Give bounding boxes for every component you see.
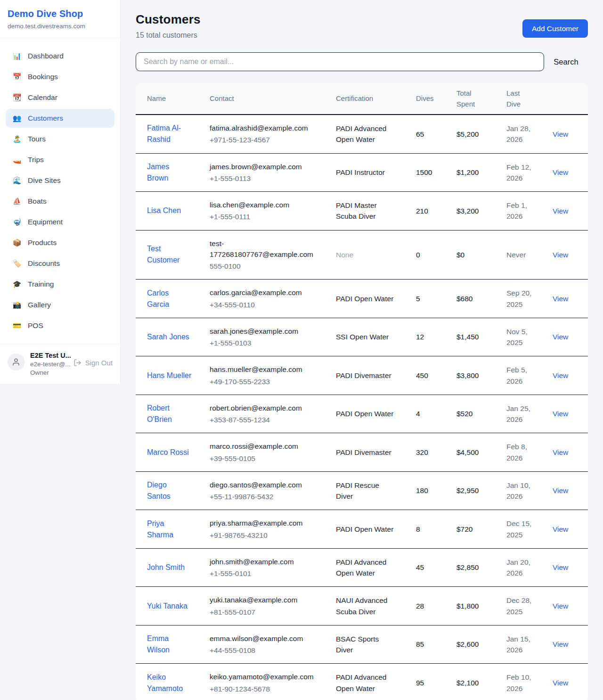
sidebar-item-label: Dive Sites — [28, 176, 61, 185]
customer-certification: PADI Advanced Open Water — [336, 123, 394, 145]
table-row: Test Customer test-1772681807767@example… — [136, 230, 588, 280]
customer-name-link[interactable]: Carlos Garcia — [147, 288, 192, 310]
customer-name-link[interactable]: Fatima Al-Rashid — [147, 123, 192, 145]
view-customer-link[interactable]: View — [553, 602, 568, 610]
customer-total-spent: $5,200 — [456, 130, 479, 138]
view-customer-link[interactable]: View — [553, 410, 568, 418]
view-customer-link[interactable]: View — [553, 168, 568, 176]
customer-email: robert.obrien@example.com — [210, 403, 319, 413]
view-customer-link[interactable]: View — [553, 207, 568, 215]
customer-last-dive: Feb 8, 2026 — [506, 441, 537, 463]
customer-phone: +971-55-123-4567 — [210, 134, 319, 145]
customer-email: yuki.tanaka@example.com — [210, 594, 319, 605]
table-row: Keiko Yamamoto keiko.yamamoto@example.co… — [136, 664, 588, 700]
table-row: Carlos Garcia carlos.garcia@example.com … — [136, 280, 588, 318]
customer-contact: fatima.alrashid@example.com +971-55-123-… — [210, 123, 319, 146]
sidebar-item-pos[interactable]: 💳 POS — [6, 316, 114, 335]
customer-dives: 85 — [416, 640, 424, 648]
user-info: E2E Test U... e2e-tester@... Owner — [30, 350, 68, 376]
add-customer-button[interactable]: Add Customer — [522, 19, 588, 38]
customer-name-link[interactable]: Emma Wilson — [147, 633, 192, 656]
search-button[interactable]: Search — [544, 58, 588, 66]
customer-email: fatima.alrashid@example.com — [210, 123, 319, 133]
view-customer-link[interactable]: View — [553, 333, 568, 341]
sidebar-item-discounts[interactable]: 🏷️ Discounts — [6, 254, 114, 273]
sidebar-item-dive-sites[interactable]: 🌊 Dive Sites — [6, 171, 114, 190]
sidebar-item-gallery[interactable]: 📸 Gallery — [6, 296, 114, 314]
sidebar-item-tours[interactable]: 🏝️ Tours — [6, 130, 114, 148]
customer-name-link[interactable]: Marco Rossi — [147, 447, 192, 458]
customer-phone: +91-98765-43210 — [210, 530, 319, 541]
sign-out-label: Sign Out — [85, 359, 113, 367]
view-customer-link[interactable]: View — [553, 251, 568, 259]
customer-certification: PADI Divemaster — [336, 447, 394, 458]
customer-last-dive: Dec 28, 2025 — [506, 595, 537, 617]
customer-certification: PADI Advanced Open Water — [336, 557, 394, 579]
customer-name-link[interactable]: Diego Santos — [147, 479, 192, 502]
sidebar-item-training[interactable]: 🎓 Training — [6, 275, 114, 294]
customer-name-link[interactable]: Priya Sharma — [147, 518, 192, 541]
customer-name-link[interactable]: Keiko Yamamoto — [147, 672, 192, 694]
customer-dives: 65 — [416, 130, 424, 138]
total-customers-count: 15 total customers — [136, 31, 201, 40]
sidebar-item-trips[interactable]: 🚤 Trips — [6, 150, 114, 169]
view-customer-link[interactable]: View — [553, 371, 568, 379]
sidebar-item-calendar[interactable]: 📆 Calendar — [6, 88, 114, 107]
view-customer-link[interactable]: View — [553, 525, 568, 533]
shop-domain: demo.test.divestreams.com — [8, 23, 113, 30]
column-header-certification: Certification — [330, 83, 410, 115]
sidebar-item-bookings[interactable]: 📅 Bookings — [6, 67, 114, 86]
search-input[interactable] — [136, 52, 544, 71]
customer-certification: PADI Open Water — [336, 408, 394, 419]
customer-total-spent: $680 — [456, 295, 473, 303]
customer-name-link[interactable]: Robert O'Brien — [147, 403, 192, 425]
view-customer-link[interactable]: View — [553, 130, 568, 138]
customer-name-link[interactable]: John Smith — [147, 562, 192, 573]
sidebar-item-dashboard[interactable]: 📊 Dashboard — [6, 47, 114, 66]
customer-email: keiko.yamamoto@example.com — [210, 671, 319, 682]
sidebar-item-products[interactable]: 📦 Products — [6, 233, 114, 252]
customer-name-link[interactable]: Test Customer — [147, 243, 192, 266]
customer-total-spent: $2,100 — [456, 679, 479, 687]
customer-dives: 12 — [416, 333, 424, 341]
customer-last-dive: Sep 20, 2025 — [506, 288, 537, 310]
customer-email: sarah.jones@example.com — [210, 326, 319, 337]
table-row: Yuki Tanaka yuki.tanaka@example.com +81-… — [136, 587, 588, 626]
customer-dives: 1500 — [416, 168, 432, 176]
sidebar-item-customers[interactable]: 👥 Customers — [6, 109, 114, 128]
customer-total-spent: $3,800 — [456, 371, 479, 379]
customer-contact: emma.wilson@example.com +44-555-0108 — [210, 633, 319, 656]
customer-total-spent: $1,450 — [456, 333, 479, 341]
customer-last-dive: Jan 10, 2026 — [506, 480, 537, 502]
customer-name-link[interactable]: Sarah Jones — [147, 331, 192, 343]
customer-certification: PADI Open Water — [336, 293, 394, 304]
view-customer-link[interactable]: View — [553, 448, 568, 456]
training-icon: 🎓 — [12, 280, 22, 288]
sign-out-icon — [73, 359, 81, 367]
customer-name-link[interactable]: James Brown — [147, 161, 192, 184]
view-customer-link[interactable]: View — [553, 640, 568, 648]
customer-email: hans.mueller@example.com — [210, 364, 319, 375]
customer-contact: john.smith@example.com +1-555-0101 — [210, 556, 319, 579]
customer-name-link[interactable]: Yuki Tanaka — [147, 601, 192, 612]
sidebar-item-label: POS — [28, 321, 43, 330]
view-customer-link[interactable]: View — [553, 563, 568, 571]
customer-last-dive: Jan 25, 2026 — [506, 403, 537, 425]
sign-out-button[interactable]: Sign Out — [73, 359, 113, 367]
customer-name-link[interactable]: Hans Mueller — [147, 370, 192, 381]
search-row: Search — [136, 52, 588, 71]
customer-name-link[interactable]: Lisa Chen — [147, 205, 192, 216]
customer-certification: SSI Open Water — [336, 331, 394, 342]
column-header-actions — [547, 83, 588, 115]
customer-total-spent: $4,500 — [456, 448, 479, 456]
user-role: Owner — [30, 369, 68, 376]
products-icon: 📦 — [12, 239, 22, 247]
boats-icon: ⛵ — [12, 197, 22, 206]
view-customer-link[interactable]: View — [553, 295, 568, 303]
view-customer-link[interactable]: View — [553, 486, 568, 494]
sidebar-item-boats[interactable]: ⛵ Boats — [6, 192, 114, 211]
sidebar-header: Demo Dive Shop demo.test.divestreams.com — [0, 0, 120, 38]
column-header-last-dive: Last Dive — [501, 83, 547, 115]
sidebar-item-equipment[interactable]: 🤿 Equipment — [6, 213, 114, 231]
view-customer-link[interactable]: View — [553, 679, 568, 687]
